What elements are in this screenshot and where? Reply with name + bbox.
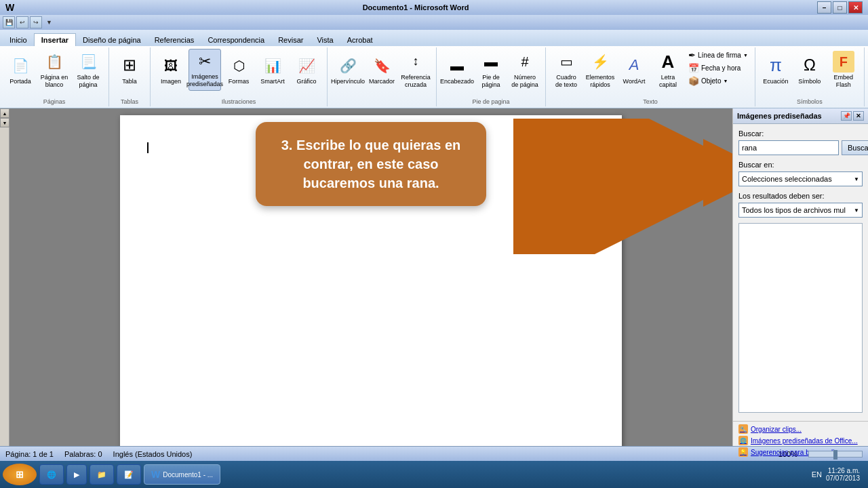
imagenes-prediseniadas-button[interactable]: ✂ Imágenes prediseñadas bbox=[189, 49, 221, 91]
tray-lang: EN bbox=[812, 470, 822, 479]
letra-capital-button[interactable]: A Letra capital bbox=[652, 49, 684, 91]
tablas-buttons: ⊞ Tabla bbox=[113, 49, 146, 97]
formas-button[interactable]: ⬡ Formas bbox=[222, 49, 255, 91]
cuadro-texto-button[interactable]: ▭ Cuadro de texto bbox=[550, 49, 583, 91]
salto-pagina-button[interactable]: 📃 Salto de página bbox=[72, 49, 104, 91]
panel-pin-btn[interactable]: 📌 bbox=[841, 111, 852, 121]
tabla-icon: ⊞ bbox=[119, 55, 140, 77]
start-icon: ⊞ bbox=[16, 469, 24, 480]
taskbar-chrome[interactable]: 🌐 bbox=[39, 464, 64, 485]
zoom-controls bbox=[808, 451, 863, 458]
grafico-button[interactable]: 📈 Gráfico bbox=[290, 49, 323, 91]
smartart-icon: 📊 bbox=[262, 55, 283, 77]
save-quick-btn[interactable]: 💾 bbox=[3, 16, 15, 28]
tab-insertar[interactable]: Insertar bbox=[34, 33, 76, 46]
search-input[interactable] bbox=[738, 140, 839, 155]
taskbar-sticky[interactable]: 📝 bbox=[117, 464, 141, 485]
ribbon-group-tablas: ⊞ Tabla Tablas bbox=[109, 47, 151, 106]
resultados-dropdown[interactable]: Todos los tipos de archivos mul ▼ bbox=[738, 203, 863, 218]
elementos-rapidos-button[interactable]: ⚡ Elementos rápidos bbox=[584, 49, 616, 91]
imagenes-office-link[interactable]: 🌐 Imágenes prediseñadas de Office... bbox=[738, 436, 863, 445]
simbolo-button[interactable]: Ω Símbolo bbox=[793, 49, 826, 91]
wordart-icon: A bbox=[623, 55, 645, 77]
ecuacion-button[interactable]: π Ecuación bbox=[760, 49, 792, 91]
tab-revisar[interactable]: Revisar bbox=[271, 34, 310, 46]
quick-access-toolbar: 💾 ↩ ↪ ▼ bbox=[0, 15, 868, 30]
fecha-hora-button[interactable]: 📅 Fecha y hora bbox=[686, 62, 751, 74]
minimize-button[interactable]: – bbox=[817, 1, 831, 14]
search-button[interactable]: Buscar bbox=[842, 140, 868, 155]
imagen-icon: 🖼 bbox=[160, 55, 182, 77]
ecuacion-icon: π bbox=[765, 55, 787, 77]
paginas-buttons: 📄 Portada 📋 Página en blanco 📃 Salto de … bbox=[4, 49, 104, 97]
encabezado-button[interactable]: ▬ Encabezado bbox=[441, 49, 473, 91]
ilustraciones-label: Ilustraciones bbox=[222, 97, 256, 105]
encabezado-icon: ▬ bbox=[446, 55, 468, 77]
tab-vista[interactable]: Vista bbox=[310, 34, 340, 46]
scroll-up-btn[interactable]: ▲ bbox=[0, 108, 9, 118]
marcador-button[interactable]: 🔖 Marcador bbox=[366, 49, 398, 91]
imagen-button[interactable]: 🖼 Imagen bbox=[155, 49, 187, 91]
ribbon-group-encabezado: ▬ Encabezado ▬ Pie de página # Número de… bbox=[437, 47, 546, 106]
fecha-hora-icon: 📅 bbox=[688, 63, 699, 73]
dropdown-arrow: ▼ bbox=[854, 176, 859, 182]
zoom-handle[interactable] bbox=[833, 450, 837, 460]
buscar-en-dropdown[interactable]: Colecciones seleccionadas ▼ bbox=[738, 171, 863, 186]
explorer-icon: 📁 bbox=[97, 470, 106, 479]
ribbon-content: 📄 Portada 📋 Página en blanco 📃 Salto de … bbox=[0, 46, 868, 108]
pagina-blanco-button[interactable]: 📋 Página en blanco bbox=[38, 49, 71, 91]
cuadro-texto-icon: ▭ bbox=[555, 51, 577, 73]
media-icon: ▶ bbox=[74, 470, 79, 479]
taskbar-media[interactable]: ▶ bbox=[66, 464, 87, 485]
organizar-clips-link[interactable]: 🔧 Organizar clips... bbox=[738, 424, 863, 434]
objeto-button[interactable]: 📦 Objeto ▼ bbox=[686, 75, 751, 87]
undo-quick-btn[interactable]: ↩ bbox=[16, 16, 28, 28]
chrome-icon: 🌐 bbox=[47, 470, 56, 479]
tab-inicio[interactable]: Inicio bbox=[3, 34, 34, 46]
tab-acrobat[interactable]: Acrobat bbox=[340, 34, 380, 46]
quick-access-more[interactable]: ▼ bbox=[46, 19, 52, 26]
smartart-button[interactable]: 📊 SmartArt bbox=[256, 49, 289, 91]
document-content[interactable]: 3. Escribe lo que quieras en contrar, en… bbox=[9, 108, 732, 446]
start-button[interactable]: ⊞ bbox=[3, 464, 37, 485]
referencia-cruzada-button[interactable]: ↕ Referencia cruzada bbox=[399, 49, 432, 91]
hipervinculo-button[interactable]: 🔗 Hipervínculo bbox=[332, 49, 364, 91]
zoom-slider[interactable] bbox=[808, 451, 863, 458]
pagina-blanco-icon: 📋 bbox=[43, 51, 65, 73]
results-area[interactable] bbox=[738, 223, 863, 413]
tabla-button[interactable]: ⊞ Tabla bbox=[113, 49, 146, 91]
scroll-down-btn[interactable]: ▼ bbox=[0, 118, 9, 127]
numero-pagina-button[interactable]: # Número de página bbox=[509, 49, 541, 91]
tooltip-box: 3. Escribe lo que quieras en contrar, en… bbox=[256, 122, 486, 206]
sugerencias-icon: 💡 bbox=[738, 447, 748, 457]
tab-referencias[interactable]: Referencias bbox=[148, 34, 201, 46]
linea-firma-button[interactable]: ✒ Línea de firma ▼ bbox=[686, 49, 751, 61]
wordart-button[interactable]: A WordArt bbox=[618, 49, 650, 91]
taskbar-explorer[interactable]: 📁 bbox=[90, 464, 114, 485]
titlebar-icon: W bbox=[5, 2, 14, 13]
tooltip-overlay: 3. Escribe lo que quieras en contrar, en… bbox=[256, 122, 486, 206]
vinculos-buttons: 🔗 Hipervínculo 🔖 Marcador ↕ Referencia c… bbox=[332, 49, 432, 104]
portada-button[interactable]: 📄 Portada bbox=[4, 49, 37, 91]
tab-correspondencia[interactable]: Correspondencia bbox=[201, 34, 271, 46]
titlebar-title: Documento1 - Microsoft Word bbox=[14, 3, 817, 12]
organizar-icon: 🔧 bbox=[738, 424, 748, 434]
referencia-cruzada-icon: ↕ bbox=[405, 51, 427, 73]
left-scrollbar[interactable]: ▲ ▼ bbox=[0, 108, 9, 446]
close-button[interactable]: ✕ bbox=[848, 1, 863, 14]
taskbar-word[interactable]: W Documento1 - ... bbox=[144, 464, 220, 485]
resultados-dropdown-arrow: ▼ bbox=[854, 207, 859, 214]
encabezado-buttons: ▬ Encabezado ▬ Pie de página # Número de… bbox=[441, 49, 541, 97]
pie-pagina-button[interactable]: ▬ Pie de página bbox=[475, 49, 507, 91]
language-status: Inglés (Estados Unidos) bbox=[113, 450, 193, 458]
redo-quick-btn[interactable]: ↪ bbox=[30, 16, 42, 28]
embed-flash-button[interactable]: F Embed Flash bbox=[827, 49, 860, 91]
word-page[interactable]: 3. Escribe lo que quieras en contrar, en… bbox=[120, 115, 622, 446]
paginas-label: Páginas bbox=[43, 97, 66, 105]
restore-button[interactable]: □ bbox=[833, 1, 847, 14]
panel-close-btn[interactable]: ✕ bbox=[853, 111, 864, 121]
system-tray: EN 11:26 a.m. 07/07/2013 bbox=[806, 467, 865, 482]
svg-marker-1 bbox=[520, 152, 703, 193]
portada-icon: 📄 bbox=[9, 55, 31, 77]
tab-diseno[interactable]: Diseño de página bbox=[76, 34, 148, 46]
